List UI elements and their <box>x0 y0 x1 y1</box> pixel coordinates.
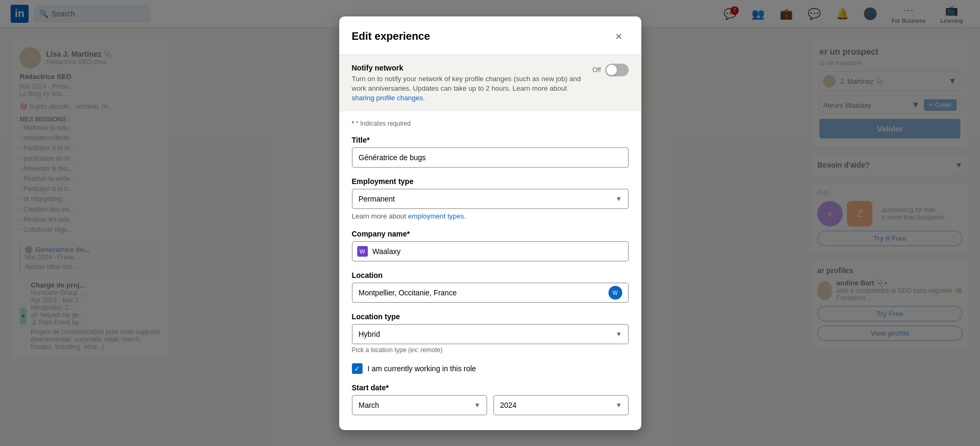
location-label: Location <box>352 271 629 279</box>
year-select[interactable]: 2024 2023 2022 2021 2020 <box>493 395 629 415</box>
month-select[interactable]: January February March April May June Ju… <box>352 395 487 415</box>
notify-label: Notify network <box>352 64 584 72</box>
toggle-knob <box>606 65 617 75</box>
notify-text: Notify network Turn on to notify your ne… <box>352 64 584 103</box>
location-type-group: Location type Hybrid On-site Remote ▼ Pi… <box>352 312 629 354</box>
employment-link-row: Learn more about employment types. <box>352 212 629 220</box>
company-name-label: Company name* <box>352 230 629 238</box>
title-field-group: Title* <box>352 136 629 168</box>
month-select-wrapper: January February March April May June Ju… <box>352 395 487 415</box>
currently-working-label: I am currently working in this role <box>368 364 476 373</box>
start-date-group: Start date* January February March April… <box>352 383 629 415</box>
location-type-select-wrapper: Hybrid On-site Remote ▼ <box>352 324 629 344</box>
employment-types-link[interactable]: employment types. <box>408 212 466 220</box>
employment-type-group: Employment type Permanent Full-time Part… <box>352 177 629 220</box>
employment-type-select[interactable]: Permanent Full-time Part-time Contract F… <box>352 189 629 209</box>
edit-experience-modal: Edit experience × Notify network Turn on… <box>339 16 641 430</box>
notify-banner: Notify network Turn on to notify your ne… <box>339 55 641 112</box>
start-date-label: Start date* <box>352 383 629 392</box>
modal-title: Edit experience <box>352 30 430 42</box>
company-logo-icon: W <box>357 246 368 257</box>
employment-type-label: Employment type <box>352 177 629 186</box>
location-type-hint: Pick a location type (ex: remote) <box>352 346 629 354</box>
checkbox-check-icon: ✓ <box>354 365 360 373</box>
title-input[interactable] <box>352 147 629 168</box>
location-input[interactable] <box>352 283 629 303</box>
waalaxy-badge-icon: W <box>613 290 617 296</box>
location-type-select[interactable]: Hybrid On-site Remote <box>352 324 629 344</box>
company-name-group: Company name* W <box>352 230 629 261</box>
year-select-wrapper: 2024 2023 2022 2021 2020 ▼ <box>493 395 629 415</box>
date-row: January February March April May June Ju… <box>352 395 629 415</box>
notify-description: Turn on to notify your network of key pr… <box>352 74 584 103</box>
modal-body: * * Indicates required Title* Employment… <box>339 111 641 430</box>
location-type-label: Location type <box>352 312 629 321</box>
currently-working-row: ✓ I am currently working in this role <box>352 363 629 374</box>
modal-backdrop: Edit experience × Notify network Turn on… <box>0 0 980 446</box>
modal-close-button[interactable]: × <box>610 27 629 46</box>
employment-type-select-wrapper: Permanent Full-time Part-time Contract F… <box>352 189 629 209</box>
company-input-wrapper: W <box>352 241 629 261</box>
notify-toggle-wrapper: Off <box>593 64 629 76</box>
required-note: * * Indicates required <box>352 120 629 127</box>
location-input-wrapper: W <box>352 283 629 303</box>
currently-working-checkbox[interactable]: ✓ <box>352 363 363 374</box>
company-name-input[interactable] <box>352 241 629 261</box>
location-badge: W <box>608 286 622 300</box>
modal-header: Edit experience × <box>339 16 641 55</box>
toggle-off-label: Off <box>593 66 601 74</box>
location-group: Location W <box>352 271 629 303</box>
notify-toggle[interactable] <box>605 64 629 76</box>
title-label: Title* <box>352 136 629 144</box>
notify-link[interactable]: sharing profile changes. <box>352 94 425 102</box>
